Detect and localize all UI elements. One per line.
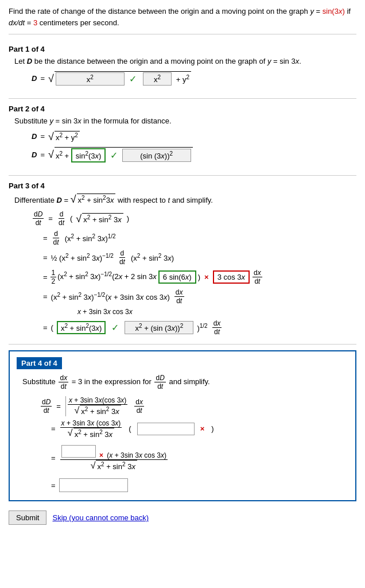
- d-var: D: [32, 74, 37, 83]
- problem-text: Find the rate of change of the distance …: [9, 7, 351, 27]
- part4-input1[interactable]: [137, 423, 195, 435]
- part3-row5: = (x2 + sin2 3x)−1/2(x + 3sin 3x cos 3x)…: [43, 288, 356, 305]
- button-row: Submit Skip (you cannot come back): [9, 510, 356, 525]
- sqrt-wrapper: √ x2 ✓ x2 + y2: [48, 71, 191, 86]
- equals-sign: =: [40, 74, 45, 83]
- part3-row1: dDdt = ddt ( √ x2 + sin2 3x ): [32, 210, 356, 227]
- part3-final-input[interactable]: x2 + (sin (3x))2: [125, 321, 193, 334]
- part1-box[interactable]: x2: [143, 75, 172, 84]
- part3-derivation: dDdt = ddt ( √ x2 + sin2 3x ) = ddt (x2 …: [32, 210, 356, 336]
- part4-row4: =: [51, 478, 348, 492]
- part4-x-mark1: ×: [200, 424, 205, 433]
- part4-row2: = x + 3sin 3x (cos 3x) √ x2 + sin2 3x ( …: [51, 419, 348, 439]
- part4-x-mark2: ×: [99, 451, 103, 459]
- problem-statement: Find the rate of change of the distance …: [9, 6, 356, 34]
- part3-final-check: ✓: [111, 322, 119, 333]
- part3-final-greenbox[interactable]: x2 + sin2(3x): [57, 321, 106, 334]
- part3-header: Part 3 of 4: [9, 181, 356, 190]
- part4-row1: dDdt = x + 3sin 3x(cos 3x) √ x2 + sin2 3…: [40, 396, 348, 416]
- part2-line2: D = √ x2 + sin2(3x) ✓ (sin (3x))2: [32, 147, 356, 163]
- part3-row2: = ddt (x2 + sin2 3x)1/2: [43, 230, 356, 246]
- part2-section: Part 2 of 4 Substitute y = sin 3x in the…: [9, 105, 356, 176]
- part3-input-3cos[interactable]: 3 cos 3x: [213, 270, 250, 284]
- part2-input[interactable]: sin2(3x): [71, 148, 106, 163]
- part1-header: Part 1 of 4: [9, 45, 356, 53]
- part1-section: Part 1 of 4 Let D be the distance betwee…: [9, 45, 356, 99]
- part4-row3: = × (x + 3sin 3x cos 3x) √ x2 + sin2 3x: [51, 445, 348, 471]
- sqrt-symbol: √: [48, 74, 54, 84]
- part3-input-6sin[interactable]: 6 sin(6x): [158, 270, 196, 284]
- part4-header: Part 4 of 4: [17, 357, 62, 369]
- part2-box[interactable]: (sin (3x))2: [122, 149, 191, 162]
- part2-check: ✓: [110, 150, 118, 160]
- skip-button[interactable]: Skip (you cannot come back): [52, 510, 149, 525]
- part4-section: Part 4 of 4 Substitute dxdt = 3 in the e…: [9, 350, 356, 501]
- part2-desc: Substitute y = sin 3x in the formula for…: [14, 117, 356, 125]
- part3-row4: = 12(x2 + sin2 3x)−1/2(2x + 2 sin 3x 6 s…: [43, 269, 356, 285]
- part3-row3: = ½ (x2 + sin2 3x)−1/2 ddt (x2 + sin2 3x…: [43, 249, 356, 266]
- part4-derivation: dDdt = x + 3sin 3x(cos 3x) √ x2 + sin2 3…: [40, 396, 348, 492]
- part3-desc: Differentiate D = √ x2 + sin23x with res…: [14, 194, 356, 204]
- part2-header: Part 2 of 4: [9, 105, 356, 113]
- part1-desc: Let D be the distance between the origin…: [14, 57, 356, 65]
- part3-row6: x + 3sin 3x cos 3x = ( x2 + sin2(3x) ✓ x…: [43, 308, 356, 336]
- part3-x-mark: ×: [204, 273, 209, 281]
- submit-button[interactable]: Submit: [9, 510, 46, 525]
- part4-input2[interactable]: [61, 445, 96, 458]
- part4-final-input[interactable]: [59, 478, 128, 492]
- part1-input[interactable]: x2: [56, 72, 125, 86]
- part1-check: ✓: [129, 74, 137, 84]
- part3-section: Part 3 of 4 Differentiate D = √ x2 + sin…: [9, 181, 356, 345]
- part4-desc: Substitute dxdt = 3 in the expression fo…: [22, 374, 348, 390]
- sqrt-content: x2 ✓ x2 + y2: [55, 71, 191, 86]
- part2-line1: D = √ x2 + y2: [32, 131, 356, 142]
- part1-equation: D = √ x2 ✓ x2 + y2: [32, 71, 356, 86]
